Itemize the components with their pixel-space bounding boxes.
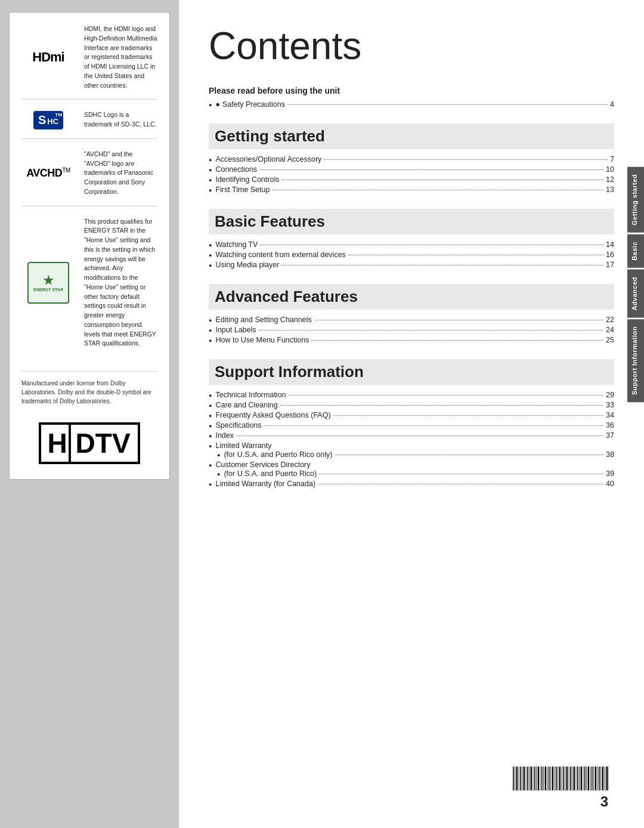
right-panel: Contents Please read before using the un… <box>179 0 644 828</box>
svg-rect-6 <box>524 767 525 790</box>
svg-rect-24 <box>556 767 557 790</box>
label: Watching content from external devices <box>215 251 345 259</box>
label: First Time Setup <box>215 186 270 194</box>
svg-rect-2 <box>516 767 518 790</box>
hdmi-text: HDMI, the HDMI logo and High-Definition … <box>84 24 157 90</box>
list-item: Watching content from external devices 1… <box>209 251 614 259</box>
label: (for U.S.A. and Puerto Rico only) <box>224 450 332 459</box>
advanced-tab: Advanced <box>627 270 644 318</box>
svg-rect-5 <box>522 767 522 790</box>
label: Technical Information <box>215 391 286 399</box>
sdhc-text: SDHC Logo is a trademark of SD-3C, LLC. <box>84 110 157 129</box>
svg-rect-49 <box>600 767 601 790</box>
svg-rect-7 <box>526 767 527 790</box>
energystar-row: ★ ENERGY STAR This product qualifies for… <box>21 217 157 358</box>
svg-rect-29 <box>565 767 565 790</box>
hdtv-logo: H DTV <box>39 422 140 464</box>
advanced-features-items: Editing and Setting Channels 22 Input La… <box>209 316 614 344</box>
svg-rect-50 <box>602 767 603 790</box>
svg-rect-27 <box>562 767 562 790</box>
label: Specifications <box>215 421 261 430</box>
support-items: Technical Information 29 Care and Cleani… <box>209 391 614 488</box>
svg-rect-3 <box>519 767 519 790</box>
label: Identifying Controls <box>215 175 279 184</box>
label: Frequently Asked Questions (FAQ) <box>215 411 330 419</box>
list-item: Watching TV 14 <box>209 240 614 249</box>
svg-rect-25 <box>558 767 558 790</box>
svg-rect-32 <box>570 767 571 790</box>
getting-started-section: Getting started Accessories/Optional Acc… <box>209 123 614 196</box>
sdhc-row: SHC TM SDHC Logo is a trademark of SD-3C… <box>21 110 157 139</box>
label: Care and Cleaning <box>215 401 277 409</box>
svg-rect-46 <box>595 767 596 790</box>
svg-rect-4 <box>520 767 521 790</box>
svg-rect-20 <box>549 767 550 790</box>
label: Limited Warranty (for Canada) <box>215 480 315 488</box>
list-item: Input Labels 24 <box>209 326 614 334</box>
svg-rect-0 <box>513 767 514 790</box>
svg-rect-15 <box>540 767 541 790</box>
list-item: Using Media player 17 <box>209 261 614 269</box>
avchd-text: "AVCHD" and the "AVCHD" logo are tradema… <box>84 150 157 197</box>
label: Accessories/Optional Accessory <box>215 155 321 163</box>
left-panel: HDmi HDMI, the HDMI logo and High-Defini… <box>0 0 179 828</box>
logo-box: HDmi HDMI, the HDMI logo and High-Defini… <box>9 12 170 480</box>
svg-rect-30 <box>566 767 568 790</box>
hdmi-logo: HDmi <box>21 50 75 65</box>
side-tabs: Getting started Basic Advanced Support I… <box>627 167 644 404</box>
list-item: Frequently Asked Questions (FAQ) 34 <box>209 411 614 419</box>
dolby-text: Manufactured under license from Dolby La… <box>21 371 157 406</box>
support-tab: Support Information <box>627 319 644 402</box>
safety-precautions-item: ● Safety Precautions 4 <box>209 100 614 109</box>
svg-rect-34 <box>574 767 575 790</box>
svg-rect-19 <box>547 767 548 790</box>
getting-started-heading: Getting started <box>209 123 614 149</box>
support-information-heading: Support Information <box>209 359 614 385</box>
svg-rect-33 <box>572 767 572 790</box>
list-item: ● Limited Warranty <box>209 441 614 450</box>
advanced-features-section: Advanced Features Editing and Setting Ch… <box>209 284 614 346</box>
list-item: Connections 10 <box>209 165 614 174</box>
svg-rect-11 <box>533 767 534 790</box>
svg-rect-37 <box>579 767 580 790</box>
please-read-heading: Please read before using the unit <box>209 86 614 95</box>
list-item: Editing and Setting Channels 22 <box>209 316 614 324</box>
page-title: Contents <box>209 24 614 68</box>
safety-page: 4 <box>610 100 614 109</box>
svg-rect-43 <box>590 767 591 790</box>
svg-rect-13 <box>536 767 537 790</box>
svg-rect-1 <box>515 767 515 790</box>
label: Customer Services Directory <box>215 461 310 469</box>
svg-rect-10 <box>531 767 532 790</box>
svg-rect-44 <box>592 767 593 790</box>
label: Connections <box>215 165 257 174</box>
svg-rect-51 <box>605 767 605 790</box>
list-item: (for U.S.A. and Puerto Rico) 39 <box>209 469 614 478</box>
svg-rect-53 <box>607 767 608 790</box>
basic-features-heading: Basic Features <box>209 209 614 234</box>
barcode-area: 3 <box>513 767 608 810</box>
list-item: Limited Warranty (for Canada) 40 <box>209 480 614 488</box>
list-item: Specifications 36 <box>209 421 614 430</box>
basic-tab: Basic <box>627 234 644 268</box>
svg-rect-31 <box>569 767 569 790</box>
list-item: Technical Information 29 <box>209 391 614 399</box>
label: Input Labels <box>215 326 256 334</box>
support-information-section: Support Information Technical Informatio… <box>209 359 614 490</box>
list-item: Accessories/Optional Accessory 7 <box>209 155 614 163</box>
svg-rect-40 <box>584 767 586 790</box>
basic-features-section: Basic Features Watching TV 14 Watching c… <box>209 209 614 271</box>
getting-started-items: Accessories/Optional Accessory 7 Connect… <box>209 155 614 194</box>
svg-rect-23 <box>555 767 555 790</box>
list-item: Identifying Controls 12 <box>209 175 614 184</box>
svg-rect-16 <box>541 767 543 790</box>
advanced-features-heading: Advanced Features <box>209 284 614 310</box>
list-item: Care and Cleaning 33 <box>209 401 614 409</box>
page-number: 3 <box>600 793 608 810</box>
svg-rect-8 <box>527 767 528 790</box>
barcode <box>513 767 608 790</box>
svg-rect-22 <box>552 767 553 790</box>
svg-rect-41 <box>586 767 587 790</box>
svg-rect-52 <box>606 767 607 790</box>
please-read-section: Please read before using the unit ● Safe… <box>209 86 614 110</box>
